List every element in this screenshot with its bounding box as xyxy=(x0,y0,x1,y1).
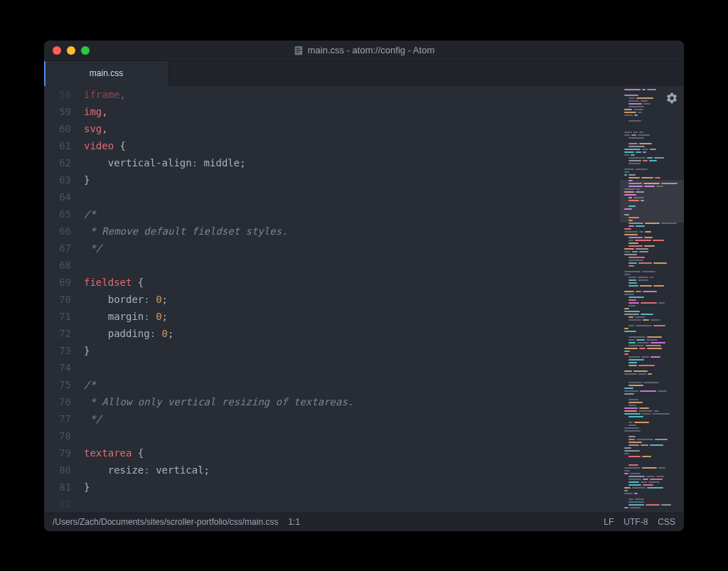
file-icon xyxy=(294,46,304,55)
line-number[interactable]: 81 xyxy=(44,479,71,496)
line-gutter[interactable]: 5859606162636465666768697071727374757677… xyxy=(44,86,78,513)
code-line[interactable]: fieldset { xyxy=(84,274,620,291)
line-number[interactable]: 59 xyxy=(44,103,71,120)
code-line[interactable]: vertical-align: middle; xyxy=(84,154,620,171)
code-line[interactable] xyxy=(84,359,620,376)
line-number[interactable]: 68 xyxy=(44,257,71,274)
traffic-lights xyxy=(53,46,90,55)
line-number[interactable]: 80 xyxy=(44,461,71,479)
line-ending[interactable]: LF xyxy=(604,517,614,527)
line-number[interactable]: 62 xyxy=(44,154,71,171)
line-number[interactable]: 60 xyxy=(44,120,71,137)
code-line[interactable]: resize: vertical; xyxy=(84,461,620,479)
code-line[interactable] xyxy=(84,496,620,513)
line-number[interactable]: 66 xyxy=(44,223,71,240)
code-line[interactable]: /* xyxy=(84,376,620,393)
line-number[interactable]: 75 xyxy=(44,376,71,393)
editor-area: 5859606162636465666768697071727374757677… xyxy=(44,86,684,513)
line-number[interactable]: 74 xyxy=(44,359,71,376)
code-line[interactable]: /* xyxy=(84,206,620,223)
code-line[interactable]: } xyxy=(84,479,620,496)
tab-bar-empty[interactable] xyxy=(168,61,684,86)
cursor-position[interactable]: 1:1 xyxy=(288,517,300,527)
status-right: LF UTF-8 CSS xyxy=(604,517,675,527)
svg-rect-2 xyxy=(296,50,301,50)
code-line[interactable]: } xyxy=(84,171,620,188)
encoding[interactable]: UTF-8 xyxy=(623,517,648,527)
line-number[interactable]: 67 xyxy=(44,240,71,257)
code-line[interactable] xyxy=(84,188,620,206)
line-number[interactable]: 70 xyxy=(44,291,71,308)
minimap-viewport[interactable] xyxy=(620,180,684,223)
code-line[interactable]: video { xyxy=(84,137,620,154)
status-left: /Users/Zach/Documents/sites/scroller-por… xyxy=(53,517,604,527)
code-content[interactable]: iframe,img,svg,video { vertical-align: m… xyxy=(78,86,620,513)
line-number[interactable]: 61 xyxy=(44,137,71,154)
code-line[interactable] xyxy=(84,427,620,444)
line-number[interactable]: 71 xyxy=(44,308,71,325)
titlebar[interactable]: main.css - atom://config - Atom xyxy=(44,41,684,60)
code-line[interactable]: */ xyxy=(84,410,620,427)
svg-rect-0 xyxy=(295,46,303,54)
code-line[interactable]: margin: 0; xyxy=(84,308,620,325)
line-number[interactable]: 79 xyxy=(44,444,71,461)
window-title: main.css - atom://config - Atom xyxy=(44,45,684,55)
svg-rect-1 xyxy=(296,48,299,48)
code-line[interactable]: * Remove default fieldset styles. xyxy=(84,223,620,240)
line-number[interactable]: 72 xyxy=(44,325,71,342)
code-line[interactable]: padding: 0; xyxy=(84,325,620,342)
line-number[interactable]: 58 xyxy=(44,86,71,103)
line-number[interactable]: 77 xyxy=(44,410,71,427)
code-line[interactable]: img, xyxy=(84,103,620,120)
code-editor[interactable]: 5859606162636465666768697071727374757677… xyxy=(44,86,620,513)
line-number[interactable]: 76 xyxy=(44,393,71,410)
line-number[interactable]: 73 xyxy=(44,342,71,359)
tab-label: main.css xyxy=(90,68,123,78)
gear-icon[interactable] xyxy=(665,92,678,105)
code-line[interactable]: textarea { xyxy=(84,444,620,461)
tab-bar: main.css xyxy=(44,60,684,86)
code-line[interactable]: */ xyxy=(84,240,620,257)
line-number[interactable]: 82 xyxy=(44,496,71,513)
line-number[interactable]: 78 xyxy=(44,427,71,444)
app-window: main.css - atom://config - Atom main.css… xyxy=(44,41,684,531)
svg-rect-3 xyxy=(296,51,299,52)
code-line[interactable] xyxy=(84,257,620,274)
code-line[interactable]: svg, xyxy=(84,120,620,137)
line-number[interactable]: 64 xyxy=(44,188,71,206)
code-line[interactable]: } xyxy=(84,342,620,359)
code-line[interactable]: iframe, xyxy=(84,86,620,103)
close-button[interactable] xyxy=(53,46,61,55)
tab-main-css[interactable]: main.css xyxy=(44,61,168,86)
minimize-button[interactable] xyxy=(67,46,75,55)
line-number[interactable]: 65 xyxy=(44,206,71,223)
status-bar: /Users/Zach/Documents/sites/scroller-por… xyxy=(44,513,684,531)
code-line[interactable]: * Allow only vertical resizing of textar… xyxy=(84,393,620,410)
line-number[interactable]: 63 xyxy=(44,171,71,188)
grammar[interactable]: CSS xyxy=(658,517,675,527)
zoom-button[interactable] xyxy=(81,46,90,55)
code-line[interactable]: border: 0; xyxy=(84,291,620,308)
line-number[interactable]: 69 xyxy=(44,274,71,291)
file-path[interactable]: /Users/Zach/Documents/sites/scroller-por… xyxy=(53,517,278,527)
window-title-text: main.css - atom://config - Atom xyxy=(308,45,434,55)
minimap[interactable] xyxy=(620,86,684,513)
